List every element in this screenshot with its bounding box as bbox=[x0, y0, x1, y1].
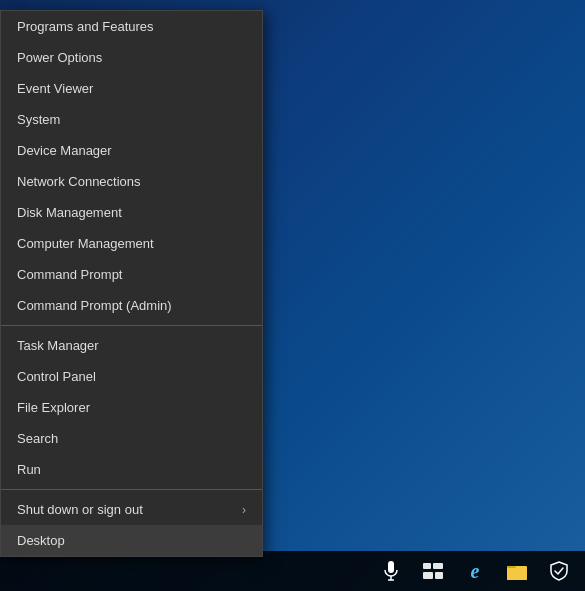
menu-item-label: Network Connections bbox=[17, 174, 141, 189]
svg-rect-3 bbox=[423, 563, 431, 569]
menu-item-programs-features[interactable]: Programs and Features bbox=[1, 11, 262, 42]
menu-item-label: Shut down or sign out bbox=[17, 502, 143, 517]
menu-item-label: Command Prompt (Admin) bbox=[17, 298, 172, 313]
svg-rect-6 bbox=[435, 572, 443, 579]
edge-icon[interactable]: e bbox=[457, 553, 493, 589]
menu-item-search[interactable]: Search bbox=[1, 423, 262, 454]
menu-item-task-manager[interactable]: Task Manager bbox=[1, 330, 262, 361]
menu-item-label: Run bbox=[17, 462, 41, 477]
menu-item-event-viewer[interactable]: Event Viewer bbox=[1, 73, 262, 104]
menu-item-control-panel[interactable]: Control Panel bbox=[1, 361, 262, 392]
svg-rect-0 bbox=[388, 561, 394, 573]
separator-1 bbox=[1, 325, 262, 326]
menu-item-device-manager[interactable]: Device Manager bbox=[1, 135, 262, 166]
microphone-icon[interactable] bbox=[373, 553, 409, 589]
menu-item-label: Search bbox=[17, 431, 58, 446]
context-menu: Programs and Features Power Options Even… bbox=[0, 10, 263, 557]
menu-item-label: Task Manager bbox=[17, 338, 99, 353]
separator-2 bbox=[1, 489, 262, 490]
menu-item-label: Disk Management bbox=[17, 205, 122, 220]
menu-item-label: Computer Management bbox=[17, 236, 154, 251]
menu-item-label: Command Prompt bbox=[17, 267, 122, 282]
svg-rect-8 bbox=[507, 568, 527, 580]
security-taskbar-icon[interactable] bbox=[541, 553, 577, 589]
menu-item-label: Control Panel bbox=[17, 369, 96, 384]
task-view-icon[interactable] bbox=[415, 553, 451, 589]
menu-item-label: Power Options bbox=[17, 50, 102, 65]
menu-item-shut-down[interactable]: Shut down or sign out › bbox=[1, 494, 262, 525]
menu-item-command-prompt-admin[interactable]: Command Prompt (Admin) bbox=[1, 290, 262, 321]
menu-item-command-prompt[interactable]: Command Prompt bbox=[1, 259, 262, 290]
menu-item-label: File Explorer bbox=[17, 400, 90, 415]
svg-rect-4 bbox=[433, 563, 443, 569]
menu-item-system[interactable]: System bbox=[1, 104, 262, 135]
menu-item-label: Device Manager bbox=[17, 143, 112, 158]
menu-item-computer-management[interactable]: Computer Management bbox=[1, 228, 262, 259]
taskbar: e bbox=[0, 551, 585, 591]
menu-item-disk-management[interactable]: Disk Management bbox=[1, 197, 262, 228]
menu-item-run[interactable]: Run bbox=[1, 454, 262, 485]
menu-item-label: System bbox=[17, 112, 60, 127]
menu-item-label: Desktop bbox=[17, 533, 65, 548]
menu-item-desktop[interactable]: Desktop bbox=[1, 525, 262, 556]
chevron-right-icon: › bbox=[242, 503, 246, 517]
menu-item-label: Programs and Features bbox=[17, 19, 154, 34]
menu-item-power-options[interactable]: Power Options bbox=[1, 42, 262, 73]
menu-item-network-connections[interactable]: Network Connections bbox=[1, 166, 262, 197]
menu-item-file-explorer[interactable]: File Explorer bbox=[1, 392, 262, 423]
svg-rect-5 bbox=[423, 572, 433, 579]
menu-item-label: Event Viewer bbox=[17, 81, 93, 96]
file-explorer-taskbar-icon[interactable] bbox=[499, 553, 535, 589]
